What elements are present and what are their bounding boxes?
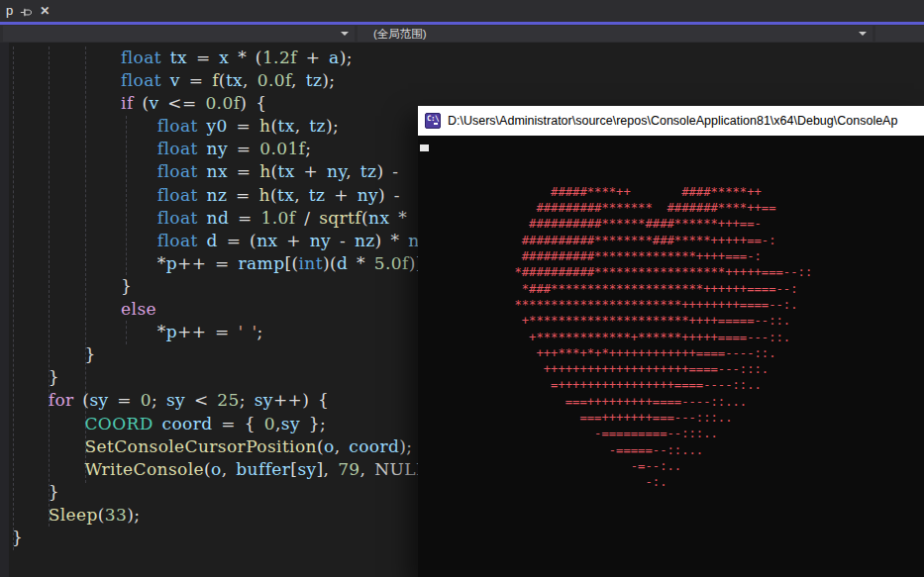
code-token: if	[121, 93, 134, 113]
code-token: float	[157, 161, 207, 181]
code-token: )(	[323, 253, 337, 273]
code-token: v	[170, 70, 180, 90]
console-row	[420, 151, 812, 167]
code-token: tz	[309, 116, 326, 136]
code-token: 0.0f	[257, 70, 291, 90]
code-token: ,	[243, 70, 257, 90]
code-token: nx	[207, 161, 228, 181]
code-token: h	[259, 116, 270, 136]
code-token: =	[228, 116, 259, 136]
scope-dropdown[interactable]: (全局范围)	[358, 26, 873, 42]
code-token: p	[166, 322, 177, 341]
code-token: tx	[277, 116, 294, 136]
code-token	[154, 414, 162, 433]
code-token: ,	[360, 459, 375, 479]
code-token: nd	[207, 208, 230, 228]
code-token: <=	[158, 93, 205, 113]
code-line[interactable]: float v = f(tx, 0.0f, tz);	[0, 69, 924, 92]
code-token: ;	[152, 390, 166, 410]
member-dropdown[interactable]	[875, 26, 924, 42]
navigation-bar: (全局范围)	[0, 25, 924, 43]
code-token: +	[295, 161, 327, 181]
code-line[interactable]: float tx = x * (1.2f + a);	[0, 47, 924, 69]
code-token: 5.0f	[374, 253, 409, 273]
document-tab[interactable]: p ✕	[0, 0, 55, 22]
close-icon[interactable]: ✕	[40, 0, 50, 22]
code-token: ],	[317, 459, 339, 479]
code-token: v	[149, 93, 158, 113]
code-token: 0	[264, 414, 275, 433]
pin-icon[interactable]	[20, 5, 33, 18]
code-token: <	[185, 390, 217, 410]
code-token: ,	[222, 459, 237, 479]
code-token: tz	[360, 161, 377, 181]
code-token: 0	[141, 390, 152, 410]
code-token: int	[299, 253, 323, 273]
code-token: );	[322, 70, 335, 90]
code-token: tx	[226, 70, 243, 90]
code-token: nx	[368, 208, 389, 228]
code-token: );	[399, 436, 412, 456]
code-token: y0	[207, 116, 228, 136]
code-token: (	[219, 70, 226, 90]
code-token: }	[49, 482, 59, 502]
console-body[interactable]: #####****++ ####*****++ #########*******…	[418, 136, 924, 577]
console-row	[420, 168, 812, 184]
console-row: ##########******####******+++==-	[420, 216, 812, 232]
code-token: tz	[306, 70, 323, 90]
code-token: (	[204, 459, 211, 479]
code-token: *	[389, 208, 407, 228]
code-token: 33	[105, 505, 127, 525]
code-token: coord	[162, 414, 213, 433]
console-row: -=====--::...	[420, 442, 812, 458]
code-token: tx	[278, 161, 295, 181]
code-token: 1.0f	[260, 208, 295, 228]
console-row: ===+++++++++====----::...	[420, 394, 812, 410]
console-icon-text: C:\	[427, 115, 439, 123]
console-row: -=--:..	[420, 458, 812, 474]
code-token: ,	[295, 116, 310, 136]
code-token: coord	[349, 436, 399, 456]
console-row: ===+++++++===---:::..	[420, 410, 812, 426]
code-token: ,	[346, 161, 360, 181]
code-token: -	[331, 231, 355, 250]
code-token: = {	[213, 414, 264, 433]
code-token: buffer	[236, 459, 290, 479]
code-token: /	[295, 208, 319, 228]
console-titlebar[interactable]: C:\ D:\Users\Administrator\source\repos\…	[418, 106, 924, 136]
code-token: );	[127, 505, 140, 525]
code-token: *	[157, 253, 166, 273]
console-row: ++++++++++++++++++++====---:::.	[420, 361, 812, 377]
code-token: 25	[217, 390, 239, 410]
code-token: ny	[207, 139, 228, 158]
code-token: o	[211, 459, 222, 479]
code-token: SetConsoleCursorPosition	[84, 436, 317, 456]
tab-strip: p ✕	[0, 0, 924, 22]
console-row: ##########**************++++===-:	[420, 248, 812, 264]
code-token: );	[326, 116, 339, 136]
code-token: =	[109, 390, 141, 410]
console-row: *##########******************+++++===--:…	[420, 264, 812, 280]
console-row: -:.	[420, 474, 812, 490]
console-row: +*************+******+++++====---::.	[420, 330, 812, 345]
console-row: =++++++++++++++++====----::..	[420, 377, 812, 393]
console-output: #####****++ ####*****++ #########*******…	[420, 136, 812, 491]
code-token: ;	[240, 390, 255, 410]
console-row: +**********************++++=====--::.	[420, 313, 812, 329]
code-token: 1.2f	[262, 48, 297, 67]
code-token: }	[12, 528, 23, 547]
code-token: float	[121, 48, 170, 67]
code-token: *	[348, 253, 374, 273]
code-token: (	[74, 390, 90, 410]
code-token: p	[166, 253, 177, 273]
code-token: );	[340, 48, 353, 67]
code-token: h	[259, 161, 270, 181]
project-dropdown[interactable]	[3, 26, 355, 42]
code-token: sy	[89, 390, 108, 410]
code-token: (	[134, 93, 150, 113]
code-token: nx	[257, 231, 277, 250]
code-token: ny	[327, 161, 346, 181]
code-token: sy	[297, 459, 316, 479]
code-token: sy	[281, 414, 300, 433]
code-token: for	[49, 390, 74, 410]
